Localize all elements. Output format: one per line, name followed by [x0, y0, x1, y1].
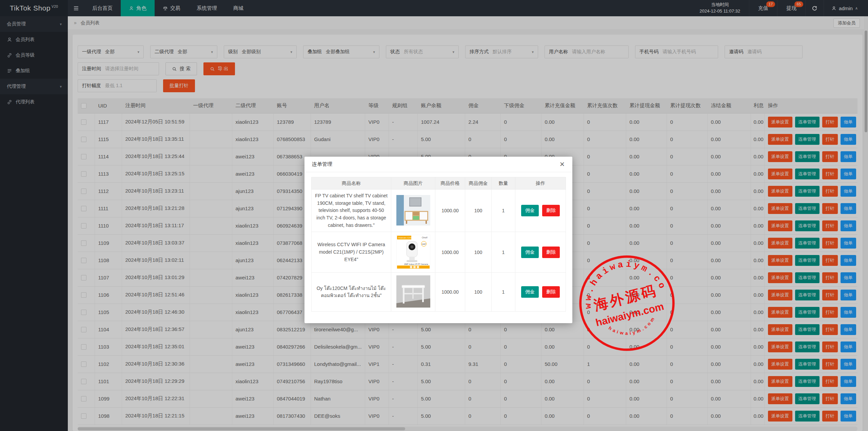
delete-button[interactable]: 删除 — [542, 205, 560, 216]
product-row: Wireless CCTV WIFI IP Camera model C21(1… — [312, 232, 566, 273]
modal-body: 商品名称商品图片商品价格商品佣金数量操作 FP TV cabinet TV sh… — [304, 172, 572, 323]
product-table-header-cell: 商品佣金 — [465, 177, 492, 190]
product-table-header-cell: 商品价格 — [435, 177, 465, 190]
product-actions: 佣金 删除 — [515, 273, 566, 312]
commission-button[interactable]: 佣金 — [521, 205, 539, 216]
commission-button[interactable]: 佣金 — [521, 247, 539, 258]
svg-text:Onvif: Onvif — [422, 236, 427, 239]
product-commission: 100 — [465, 232, 492, 273]
product-table-body: FP TV cabinet TV shelf TV cabinet 190CM,… — [312, 190, 566, 312]
product-table-header-row: 商品名称商品图片商品价格商品佣金数量操作 — [312, 177, 566, 190]
product-actions: 佣金 删除 — [515, 232, 566, 273]
close-icon[interactable]: ✕ — [559, 161, 565, 168]
product-commission: 100 — [465, 190, 492, 232]
product-name: FP TV cabinet TV shelf TV cabinet 190CM,… — [312, 190, 391, 232]
modal-header: 连单管理 ✕ — [304, 157, 572, 172]
product-price: 1000.00 — [435, 273, 465, 312]
svg-text:2MP: 2MP — [422, 243, 426, 245]
product-table-header-cell: 操作 — [515, 177, 566, 190]
product-quantity: 1 — [492, 190, 515, 232]
product-table-header-cell: 商品图片 — [391, 177, 435, 190]
commission-button[interactable]: 佣金 — [521, 286, 539, 298]
product-name: Wireless CCTV WIFI IP Camera model C21(1… — [312, 232, 391, 273]
product-name: Oy โต๊ะ120CM โต๊ะทำงานไม้ โต๊ะคอมพิวเตอร… — [312, 273, 391, 312]
product-quantity: 1 — [492, 273, 515, 312]
product-row: FP TV cabinet TV shelf TV cabinet 190CM,… — [312, 190, 566, 232]
product-image: Vstarcam C210Onvif2MP2MP Indoor IP PT Ca… — [396, 235, 430, 269]
product-table: 商品名称商品图片商品价格商品佣金数量操作 FP TV cabinet TV sh… — [311, 177, 566, 312]
product-actions: 佣金 删除 — [515, 190, 566, 232]
product-row: Oy โต๊ะ120CM โต๊ะทำงานไม้ โต๊ะคอมพิวเตอร… — [312, 273, 566, 312]
product-image — [396, 275, 430, 308]
product-image — [396, 195, 430, 226]
product-quantity: 1 — [492, 232, 515, 273]
product-price: 1000.00 — [435, 190, 465, 232]
delete-button[interactable]: 删除 — [542, 247, 560, 258]
product-table-header-cell: 商品名称 — [312, 177, 391, 190]
delete-button[interactable]: 删除 — [542, 286, 560, 298]
svg-text:Vstarcam C210: Vstarcam C210 — [398, 237, 412, 239]
svg-text:2MP Indoor IP PT Camera: 2MP Indoor IP PT Camera — [404, 263, 428, 265]
modal-title: 连单管理 — [312, 161, 332, 168]
product-price: 1000.00 — [435, 232, 465, 273]
product-commission: 100 — [465, 273, 492, 312]
chain-order-modal: 连单管理 ✕ 商品名称商品图片商品价格商品佣金数量操作 FP TV cabine… — [304, 157, 572, 323]
product-table-header-cell: 数量 — [492, 177, 515, 190]
